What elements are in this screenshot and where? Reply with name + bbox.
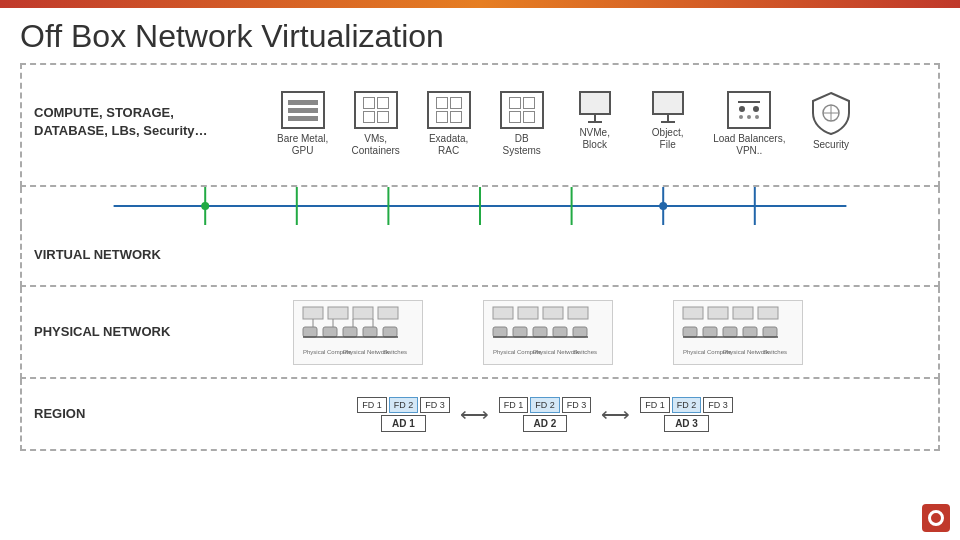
svg-rect-49 [723, 327, 737, 337]
db-icon [500, 91, 544, 129]
connector-svg [22, 187, 938, 225]
svg-text:Switches: Switches [763, 349, 787, 355]
ad3-label: AD 3 [664, 415, 709, 432]
region-label: REGION [34, 405, 164, 423]
ad2-label: AD 2 [523, 415, 568, 432]
db-label: DBSystems [502, 133, 540, 157]
svg-point-11 [201, 202, 209, 210]
svg-rect-17 [303, 327, 317, 337]
svg-rect-50 [743, 327, 757, 337]
svg-rect-15 [353, 307, 373, 319]
vms-icon [354, 91, 398, 129]
svg-rect-33 [568, 307, 588, 319]
svg-rect-34 [493, 327, 507, 337]
monitor-icon [579, 91, 611, 123]
svg-rect-37 [553, 327, 567, 337]
physical-section: PHYSICAL NETWORK [20, 287, 940, 379]
svg-rect-14 [328, 307, 348, 319]
compute-label: COMPUTE, STORAGE,DATABASE, LBs, Security… [34, 104, 208, 140]
svg-text:Switches: Switches [573, 349, 597, 355]
region-section: REGION FD 1 FD 2 FD 3 AD 1 ⟷ FD 1 [20, 379, 940, 451]
svg-rect-31 [518, 307, 538, 319]
svg-rect-13 [303, 307, 323, 319]
security-shield-icon [809, 91, 853, 135]
header-bar [0, 0, 960, 8]
ad3-fd2: FD 2 [672, 397, 702, 413]
lb-icon [727, 91, 771, 129]
svg-rect-18 [323, 327, 337, 337]
ad1-fd3: FD 3 [420, 397, 450, 413]
icon-lb: Load Balancers,VPN.. [713, 91, 785, 157]
exadata-label: Exadata,RAC [429, 133, 468, 157]
ad1-fd2: FD 2 [389, 397, 419, 413]
ad2-fd-row: FD 1 FD 2 FD 3 [499, 397, 592, 413]
region-ads: FD 1 FD 2 FD 3 AD 1 ⟷ FD 1 FD 2 FD 3 AD … [164, 397, 926, 432]
arrow-1: ⟷ [460, 402, 489, 426]
ad1-label: AD 1 [381, 415, 426, 432]
svg-rect-19 [343, 327, 357, 337]
icon-security: Security [803, 91, 858, 151]
network-diagram-3: Physical Compute Physical Network Switch… [673, 300, 803, 365]
nvme-label: NVMe,Block [579, 127, 610, 151]
physical-label: PHYSICAL NETWORK [34, 323, 170, 341]
svg-point-12 [659, 202, 667, 210]
arrow-2: ⟷ [601, 402, 630, 426]
svg-rect-46 [758, 307, 778, 319]
vms-label: VMs,Containers [351, 133, 399, 157]
ad1-fd-row: FD 1 FD 2 FD 3 [357, 397, 450, 413]
svg-rect-43 [683, 307, 703, 319]
svg-rect-45 [733, 307, 753, 319]
page-title: Off Box Network Virtualization [0, 8, 960, 63]
bare-metal-label: Bare Metal,GPU [277, 133, 328, 157]
oracle-o-icon [928, 510, 944, 526]
ad2-fd3: FD 3 [562, 397, 592, 413]
icon-db: DBSystems [494, 91, 549, 157]
svg-rect-47 [683, 327, 697, 337]
icon-exadata: Exadata,RAC [421, 91, 476, 157]
svg-rect-32 [543, 307, 563, 319]
svg-text:Switches: Switches [383, 349, 407, 355]
svg-rect-21 [383, 327, 397, 337]
icon-object: Object,File [640, 91, 695, 151]
ad3-group: FD 1 FD 2 FD 3 AD 3 [640, 397, 733, 432]
network-diagram-1: Physical Compute Physical Network Switch… [293, 300, 423, 365]
svg-rect-35 [513, 327, 527, 337]
svg-rect-16 [378, 307, 398, 319]
svg-rect-36 [533, 327, 547, 337]
icon-vms: VMs,Containers [348, 91, 403, 157]
ad3-fd3: FD 3 [703, 397, 733, 413]
svg-rect-48 [703, 327, 717, 337]
icon-nvme: NVMe,Block [567, 91, 622, 151]
ad1-fd1: FD 1 [357, 397, 387, 413]
icon-bare-metal: Bare Metal,GPU [275, 91, 330, 157]
ad2-group: FD 1 FD 2 FD 3 AD 2 [499, 397, 592, 432]
ad2-fd2: FD 2 [530, 397, 560, 413]
network-diagram-2: Physical Compute Physical Network Switch… [483, 300, 613, 365]
network-diagrams: Physical Compute Physical Network Switch… [170, 300, 926, 365]
ad3-fd1: FD 1 [640, 397, 670, 413]
compute-section: COMPUTE, STORAGE,DATABASE, LBs, Security… [20, 63, 940, 187]
svg-rect-51 [763, 327, 777, 337]
svg-rect-30 [493, 307, 513, 319]
svg-rect-38 [573, 327, 587, 337]
exadata-icon [427, 91, 471, 129]
monitor-icon2 [652, 91, 684, 123]
ad2-fd1: FD 1 [499, 397, 529, 413]
virtual-section: VIRTUAL NETWORK [20, 225, 940, 287]
lb-label: Load Balancers,VPN.. [713, 133, 785, 157]
object-label: Object,File [652, 127, 684, 151]
svg-rect-20 [363, 327, 377, 337]
connector-area [20, 187, 940, 225]
virtual-label: VIRTUAL NETWORK [34, 246, 164, 264]
security-label: Security [813, 139, 849, 151]
oracle-logo [922, 504, 950, 532]
icons-row: Bare Metal,GPU VMs,Containers [208, 87, 926, 157]
ad3-fd-row: FD 1 FD 2 FD 3 [640, 397, 733, 413]
svg-rect-44 [708, 307, 728, 319]
ad1-group: FD 1 FD 2 FD 3 AD 1 [357, 397, 450, 432]
bare-metal-icon [281, 91, 325, 129]
